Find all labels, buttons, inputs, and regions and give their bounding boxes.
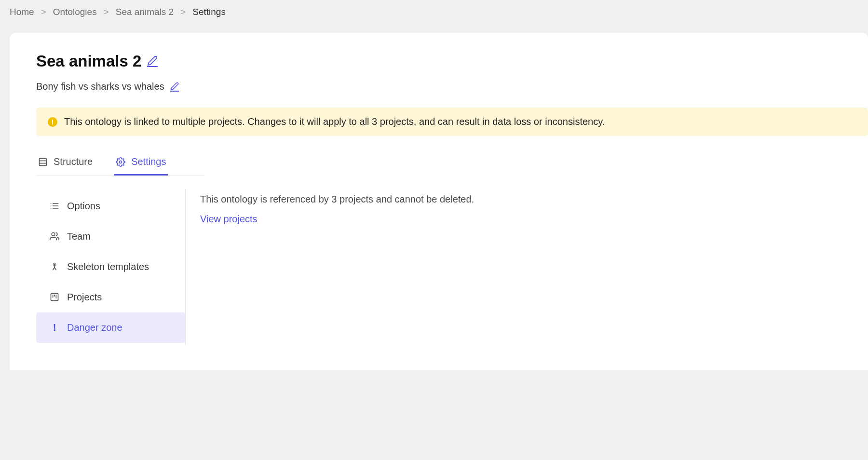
sidebar-item-team[interactable]: Team (36, 221, 185, 252)
danger-zone-content: This ontology is referenced by 3 project… (186, 189, 474, 345)
users-icon (50, 231, 59, 241)
chevron-right-icon: > (180, 7, 186, 17)
projects-icon (50, 292, 59, 302)
page-subtitle: Bony fish vs sharks vs whales (36, 81, 164, 92)
tab-structure-label: Structure (54, 156, 93, 167)
delete-restriction-text: This ontology is referenced by 3 project… (200, 194, 474, 205)
pencil-icon (147, 55, 158, 66)
sidebar-item-label: Options (67, 201, 100, 212)
sidebar-item-label: Skeleton templates (67, 261, 149, 272)
list-icon (50, 201, 59, 211)
view-projects-link[interactable]: View projects (200, 214, 258, 224)
breadcrumb-ontologies[interactable]: Ontologies (53, 7, 97, 17)
skeleton-icon (50, 262, 59, 271)
edit-subtitle-button[interactable] (170, 82, 179, 92)
title-row: Sea animals 2 (36, 52, 868, 70)
breadcrumb-home[interactable]: Home (10, 7, 34, 17)
sidebar-item-skeleton-templates[interactable]: Skeleton templates (36, 252, 185, 282)
main-card: Sea animals 2 Bony fish vs sharks vs wha… (10, 33, 868, 370)
warning-icon: ! (48, 117, 57, 127)
svg-point-10 (52, 233, 55, 236)
exclamation-icon: ! (50, 322, 59, 333)
warning-message: This ontology is linked to multiple proj… (64, 116, 605, 127)
edit-title-button[interactable] (147, 55, 158, 67)
tab-settings[interactable]: Settings (114, 156, 168, 176)
tab-structure[interactable]: Structure (36, 156, 95, 176)
settings-sidebar: Options Team Skeleton templates Projects (36, 189, 186, 345)
chevron-right-icon: > (104, 7, 109, 17)
sidebar-item-options[interactable]: Options (36, 191, 185, 221)
tabs: Structure Settings (36, 156, 205, 176)
breadcrumb: Home > Ontologies > Sea animals 2 > Sett… (0, 0, 868, 24)
sidebar-item-danger-zone[interactable]: ! Danger zone (36, 312, 185, 343)
svg-rect-0 (40, 158, 47, 165)
warning-alert: ! This ontology is linked to multiple pr… (36, 108, 868, 136)
subtitle-row: Bony fish vs sharks vs whales (36, 81, 868, 92)
tab-settings-label: Settings (131, 156, 166, 167)
breadcrumb-sea-animals[interactable]: Sea animals 2 (116, 7, 174, 17)
svg-rect-12 (51, 294, 58, 301)
chevron-right-icon: > (41, 7, 46, 17)
sidebar-item-label: Danger zone (67, 322, 122, 333)
sidebar-item-projects[interactable]: Projects (36, 282, 185, 312)
structure-icon (38, 157, 48, 167)
gear-icon (116, 157, 125, 167)
pencil-icon (170, 82, 179, 91)
settings-body: Options Team Skeleton templates Projects (36, 189, 868, 345)
page-title: Sea animals 2 (36, 52, 141, 70)
sidebar-item-label: Projects (67, 292, 102, 303)
sidebar-item-label: Team (67, 231, 91, 242)
breadcrumb-current: Settings (192, 7, 226, 17)
svg-point-3 (120, 161, 122, 163)
